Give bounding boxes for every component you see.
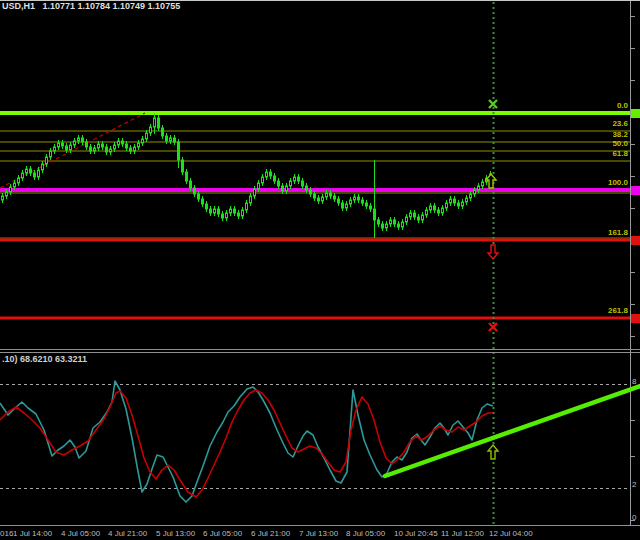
candle-body <box>134 147 136 151</box>
candle-body <box>18 178 20 183</box>
time-axis-label: 6 Jul 05:00 <box>203 529 242 538</box>
candle-body <box>270 172 272 176</box>
candle-body <box>454 199 456 203</box>
time-axis-label: 4 Jul 05:00 <box>61 529 100 538</box>
candle-body <box>418 217 420 220</box>
fib-level-line-61.8[interactable] <box>0 161 630 162</box>
arrow-up-marker[interactable] <box>488 445 498 459</box>
price-level-marker <box>631 109 640 118</box>
candle-body <box>378 220 380 224</box>
candle-body <box>206 204 208 209</box>
indicator-trendline[interactable] <box>385 386 640 476</box>
fib-level-line-23.6[interactable] <box>0 131 630 132</box>
candle-body <box>370 206 372 209</box>
candle-body <box>90 147 92 151</box>
candle-body <box>46 157 48 164</box>
candle-body <box>114 145 116 149</box>
candle-body <box>150 127 152 133</box>
candle-body <box>350 200 352 204</box>
candle-body <box>450 199 452 203</box>
chart-title: USD,H1 1.10771 1.10784 1.10749 1.10755 <box>2 2 180 11</box>
fib-level-label: 38.2 <box>612 130 628 139</box>
candle-body <box>54 147 56 151</box>
candle-body <box>470 194 472 198</box>
candle-body <box>130 148 132 151</box>
stochastic-main-line[interactable] <box>0 381 493 502</box>
candle-body <box>310 190 312 194</box>
cross-marker[interactable] <box>489 100 497 108</box>
pane-separator[interactable] <box>0 352 640 353</box>
candle-body <box>102 144 104 147</box>
candle-body <box>154 118 156 127</box>
candle-body <box>178 142 180 160</box>
candle-body <box>338 199 340 203</box>
candle-body <box>354 197 356 200</box>
candle-body <box>302 181 304 186</box>
candle-body <box>174 138 176 142</box>
candle-body <box>394 220 396 224</box>
candle-body <box>374 209 376 220</box>
candle-body <box>422 215 424 220</box>
arrow-down-marker[interactable] <box>488 245 498 259</box>
chart-canvas <box>0 0 640 540</box>
candle-body <box>198 194 200 199</box>
candle-body <box>126 144 128 148</box>
candle-body <box>426 210 428 215</box>
candle-body <box>326 193 328 197</box>
candle-body <box>430 206 432 210</box>
cross-marker[interactable] <box>489 323 497 331</box>
candle-body <box>142 139 144 143</box>
candle-body <box>382 224 384 228</box>
candle-body <box>190 181 192 188</box>
fib-level-line-0.0[interactable] <box>0 111 630 115</box>
fib-level-line-161.8[interactable] <box>0 239 630 242</box>
time-axis-label: 7 Jul 13:00 <box>299 529 338 538</box>
candle-body <box>202 199 204 204</box>
pane-separator[interactable] <box>0 349 640 350</box>
candle-body <box>14 183 16 187</box>
fib-level-line-261.8[interactable] <box>0 317 630 320</box>
fib-level-line-38.2[interactable] <box>0 142 630 143</box>
candle-body <box>74 141 76 145</box>
candle-body <box>110 149 112 152</box>
candle-body <box>474 190 476 194</box>
time-axis-label: 4 Jul 21:00 <box>108 529 147 538</box>
candle-body <box>78 138 80 141</box>
candle-body <box>230 209 232 213</box>
candle-body <box>250 196 252 203</box>
candle-body <box>318 198 320 201</box>
candle-body <box>58 143 60 147</box>
candle-body <box>246 203 248 210</box>
candle-body <box>466 198 468 202</box>
candle-body <box>362 200 364 203</box>
mt4-chart-window[interactable]: USD,H1 1.10771 1.10784 1.10749 1.10755 .… <box>0 0 640 540</box>
candle-body <box>306 186 308 190</box>
candle-body <box>406 217 408 222</box>
candle-body <box>210 209 212 213</box>
price-level-marker <box>631 314 640 323</box>
candle-body <box>42 164 44 170</box>
candle-body <box>194 188 196 194</box>
fib-level-label: 100.0 <box>608 178 628 187</box>
fib-level-line-aux[interactable] <box>0 238 630 239</box>
candle-body <box>66 146 68 150</box>
candle-body <box>94 148 96 151</box>
candle-body <box>62 143 64 146</box>
candle-body <box>482 182 484 186</box>
candle-body <box>438 210 440 213</box>
candle-body <box>446 203 448 208</box>
candle-body <box>226 213 228 218</box>
stochastic-signal-line[interactable] <box>0 390 493 497</box>
candle-body <box>434 206 436 210</box>
candle-body <box>70 145 72 150</box>
candle-body <box>166 136 168 141</box>
indicator-scale-label: 8 <box>632 377 636 386</box>
candle-body <box>290 181 292 186</box>
candle-body <box>122 141 124 144</box>
fib-level-label: 161.8 <box>608 228 628 237</box>
candle-body <box>322 197 324 201</box>
candle-body <box>402 222 404 227</box>
candle-body <box>242 210 244 216</box>
candlestick-series <box>2 113 492 238</box>
candle-body <box>458 203 460 206</box>
